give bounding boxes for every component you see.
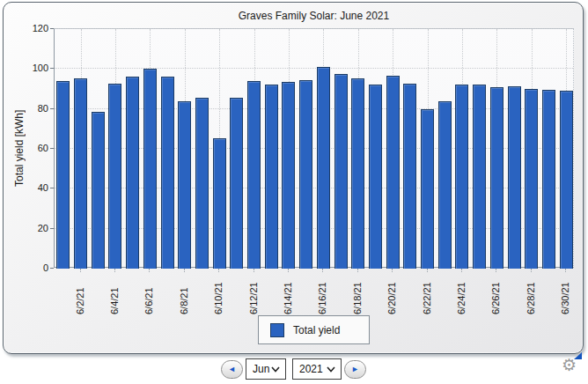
bar-6/18/21 bbox=[351, 78, 364, 269]
chart-panel: Graves Family Solar: June 2021 Total yie… bbox=[3, 2, 584, 354]
x-tick-label: 6/2/21 bbox=[74, 272, 86, 314]
bar-6/6/21 bbox=[143, 69, 157, 269]
x-tick-label: 6/8/21 bbox=[178, 272, 190, 314]
bar-6/3/21 bbox=[92, 112, 105, 269]
x-tick-label: 6/10/21 bbox=[212, 272, 224, 314]
bar-6/27/21 bbox=[508, 86, 521, 269]
legend-label: Total yield bbox=[293, 324, 340, 336]
bar-6/24/21 bbox=[455, 85, 468, 269]
previous-month-button[interactable]: ◄ bbox=[221, 360, 243, 379]
y-tick-mark bbox=[50, 188, 54, 188]
y-tick-label: 80 bbox=[13, 102, 48, 114]
bar-6/25/21 bbox=[473, 85, 486, 269]
bar-6/2/21 bbox=[74, 78, 87, 269]
y-tick-label: 120 bbox=[13, 22, 48, 34]
bar-6/11/21 bbox=[230, 98, 243, 269]
x-tick-label: 6/18/21 bbox=[351, 272, 364, 314]
y-tick-mark bbox=[50, 228, 54, 229]
bar-6/26/21 bbox=[490, 87, 503, 269]
bar-6/20/21 bbox=[386, 76, 400, 269]
bar-6/14/21 bbox=[282, 82, 295, 269]
bar-6/7/21 bbox=[161, 77, 174, 269]
x-tick-label: 6/16/21 bbox=[316, 272, 328, 314]
x-tick-label: 6/26/21 bbox=[489, 272, 502, 314]
x-tick-label: 6/20/21 bbox=[386, 272, 398, 314]
bar-6/4/21 bbox=[108, 84, 121, 269]
bar-6/9/21 bbox=[195, 98, 209, 269]
bar-6/13/21 bbox=[265, 85, 278, 269]
legend: Total yield bbox=[258, 315, 370, 344]
blue-triangle-icon bbox=[574, 352, 582, 359]
month-select-value: Jun bbox=[253, 363, 269, 375]
left-arrow-icon: ◄ bbox=[228, 366, 236, 373]
y-tick-label: 60 bbox=[13, 142, 48, 154]
y-tick-mark bbox=[50, 268, 54, 269]
month-select[interactable]: Jun bbox=[246, 358, 286, 380]
bar-6/16/21 bbox=[317, 67, 330, 269]
y-tick-mark bbox=[50, 108, 54, 109]
x-tick-label: 6/14/21 bbox=[282, 272, 294, 314]
h-gridline bbox=[55, 68, 573, 69]
year-select-value: 2021 bbox=[299, 363, 323, 375]
bar-6/10/21 bbox=[213, 138, 226, 269]
bar-6/23/21 bbox=[438, 101, 452, 269]
y-tick-mark bbox=[50, 148, 54, 149]
x-tick-label: 6/28/21 bbox=[525, 272, 537, 314]
chart-title: Graves Family Solar: June 2021 bbox=[54, 10, 574, 22]
bar-6/5/21 bbox=[126, 77, 139, 269]
next-month-button[interactable]: ► bbox=[344, 360, 366, 379]
x-tick-label: 6/22/21 bbox=[421, 272, 433, 314]
x-tick-label: 6/30/21 bbox=[559, 272, 571, 314]
chevron-down-icon bbox=[271, 366, 280, 373]
bar-6/21/21 bbox=[403, 84, 416, 269]
solar-portal-screen: Graves Family Solar: June 2021 Total yie… bbox=[0, 0, 588, 384]
bar-6/8/21 bbox=[178, 101, 191, 269]
h-gridline bbox=[55, 28, 573, 29]
x-tick-label: 6/24/21 bbox=[455, 272, 467, 314]
bar-6/30/21 bbox=[560, 91, 573, 269]
bar-6/1/21 bbox=[56, 81, 70, 269]
bar-6/15/21 bbox=[299, 80, 312, 269]
legend-swatch-total-yield bbox=[270, 323, 284, 337]
plot-area bbox=[54, 28, 574, 268]
bar-6/19/21 bbox=[369, 85, 382, 269]
x-tick-label: 6/4/21 bbox=[108, 272, 121, 314]
chevron-down-icon bbox=[327, 366, 335, 373]
right-arrow-icon: ► bbox=[351, 366, 359, 373]
y-tick-mark bbox=[50, 68, 54, 69]
y-tick-label: 0 bbox=[13, 262, 48, 274]
year-select[interactable]: 2021 bbox=[292, 358, 342, 380]
y-tick-label: 40 bbox=[13, 181, 48, 194]
bar-6/12/21 bbox=[247, 81, 261, 269]
bar-6/22/21 bbox=[421, 109, 434, 269]
y-tick-label: 100 bbox=[13, 62, 48, 74]
bar-6/28/21 bbox=[525, 89, 538, 269]
bar-6/29/21 bbox=[542, 90, 555, 269]
y-tick-mark bbox=[50, 28, 54, 29]
bar-6/17/21 bbox=[334, 74, 348, 269]
x-tick-label: 6/6/21 bbox=[143, 272, 155, 314]
y-tick-label: 20 bbox=[13, 222, 48, 234]
settings-widget[interactable]: ⚙ bbox=[560, 351, 586, 381]
x-tick-label: 6/12/21 bbox=[247, 272, 260, 314]
